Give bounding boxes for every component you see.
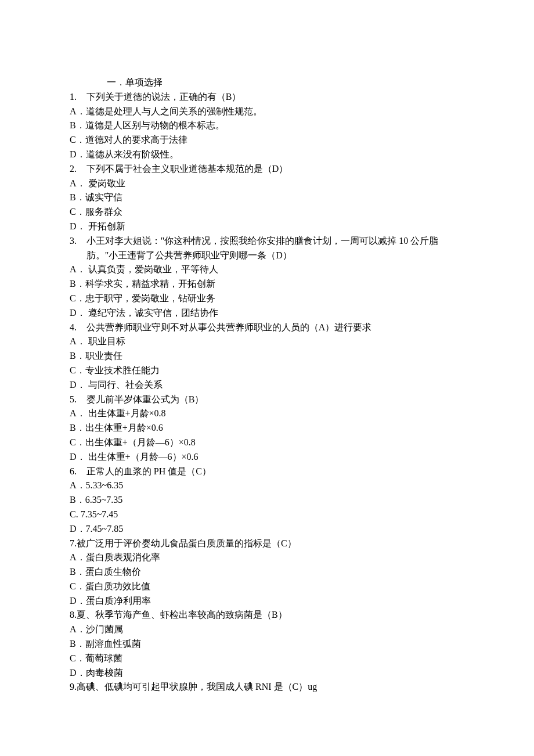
section-title: 一．单项选择 xyxy=(70,75,464,90)
question-option: D． 出生体重+（月龄—6）×0.6 xyxy=(70,450,464,465)
question-option: C．出生体重+（月龄—6）×0.8 xyxy=(70,435,464,450)
question-option: C．蛋白质功效比值 xyxy=(70,579,464,594)
question-option: A． 出生体重+月龄×0.8 xyxy=(70,406,464,421)
question-stem: 9.高碘、低碘均可引起甲状腺肿，我国成人碘 RNI 是（C）ug xyxy=(70,680,464,694)
question-stem: 8.夏、秋季节海产鱼、虾检出率较高的致病菌是（B） xyxy=(70,608,464,622)
question-option: A． 认真负责，爱岗敬业，平等待人 xyxy=(70,262,464,277)
question-option: B．诚实守信 xyxy=(70,190,464,205)
question-stem: 5.婴儿前半岁体重公式为（B） xyxy=(70,393,464,407)
question-option: C．忠于职守，爱岗敬业，钻研业务 xyxy=(70,291,464,306)
question-text: 婴儿前半岁体重公式为（B） xyxy=(86,393,464,407)
question-option: D．道德从来没有阶级性。 xyxy=(70,147,464,162)
question-option: B．蛋白质生物价 xyxy=(70,565,464,579)
question-option: A．蛋白质表观消化率 xyxy=(70,550,464,565)
question-option: A．道德是处理人与人之间关系的强制性规范。 xyxy=(70,105,464,119)
question-stem: 6.正常人的血浆的 PH 值是（C） xyxy=(70,465,464,479)
question-option: D．蛋白质净利用率 xyxy=(70,594,464,609)
question-text: 小王对李大姐说："你这种情况，按照我给你安排的膳食计划，一周可以减掉 10 公斤… xyxy=(86,234,464,249)
question-option: D．7.45~7.85 xyxy=(70,522,464,537)
question-option: B．职业责任 xyxy=(70,349,464,363)
question-option: C．葡萄球菌 xyxy=(70,651,464,666)
question-option: A． 职业目标 xyxy=(70,334,464,349)
question-option: B．副溶血性弧菌 xyxy=(70,637,464,651)
question-text: 下列不属于社会主义职业道德基本规范的是（D） xyxy=(86,162,464,177)
question-stem: 7.被广泛用于评价婴幼儿食品蛋白质质量的指标是（C） xyxy=(70,537,464,551)
question-text: 正常人的血浆的 PH 值是（C） xyxy=(86,465,464,479)
question-option: B．出生体重+月龄×0.6 xyxy=(70,421,464,435)
question-stem: 2.下列不属于社会主义职业道德基本规范的是（D） xyxy=(70,162,464,177)
question-option: B．科学求实，精益求精，开拓创新 xyxy=(70,277,464,291)
question-stem: 4.公共营养师职业守则不对从事公共营养师职业的人员的（A）进行要求 xyxy=(70,321,464,335)
question-text-continuation: 肪。"小王违背了公共营养师职业守则哪一条（D） xyxy=(70,249,464,263)
question-option: D． 与同行、社会关系 xyxy=(70,378,464,393)
document-page: 一．单项选择 1.下列关于道德的说法，正确的有（B）A．道德是处理人与人之间关系… xyxy=(0,0,534,729)
question-number: 6. xyxy=(70,465,86,479)
question-stem: 3.小王对李大姐说："你这种情况，按照我给你安排的膳食计划，一周可以减掉 10 … xyxy=(70,234,464,249)
question-option: C. 7.35~7.45 xyxy=(70,507,464,522)
question-option: D． 开拓创新 xyxy=(70,219,464,234)
question-option: A．5.33~6.35 xyxy=(70,478,464,493)
question-number: 2. xyxy=(70,162,86,177)
question-option: B．6.35~7.35 xyxy=(70,493,464,507)
question-option: A． 爱岗敬业 xyxy=(70,177,464,191)
question-option: B．道德是人区别与动物的根本标志。 xyxy=(70,118,464,133)
question-number: 1. xyxy=(70,90,86,105)
question-stem: 1.下列关于道德的说法，正确的有（B） xyxy=(70,90,464,105)
question-number: 4. xyxy=(70,321,86,335)
question-number: 5. xyxy=(70,393,86,407)
question-number: 3. xyxy=(70,234,86,249)
question-text: 公共营养师职业守则不对从事公共营养师职业的人员的（A）进行要求 xyxy=(86,321,464,335)
question-option: C．道德对人的要求高于法律 xyxy=(70,133,464,147)
question-option: C．专业技术胜任能力 xyxy=(70,363,464,378)
question-option: A．沙门菌属 xyxy=(70,622,464,637)
question-option: C．服务群众 xyxy=(70,205,464,219)
question-list: 1.下列关于道德的说法，正确的有（B）A．道德是处理人与人之间关系的强制性规范。… xyxy=(70,90,464,694)
question-option: D．肉毒梭菌 xyxy=(70,666,464,681)
question-option: D． 遵纪守法，诚实守信，团结协作 xyxy=(70,306,464,321)
question-text: 下列关于道德的说法，正确的有（B） xyxy=(86,90,464,105)
